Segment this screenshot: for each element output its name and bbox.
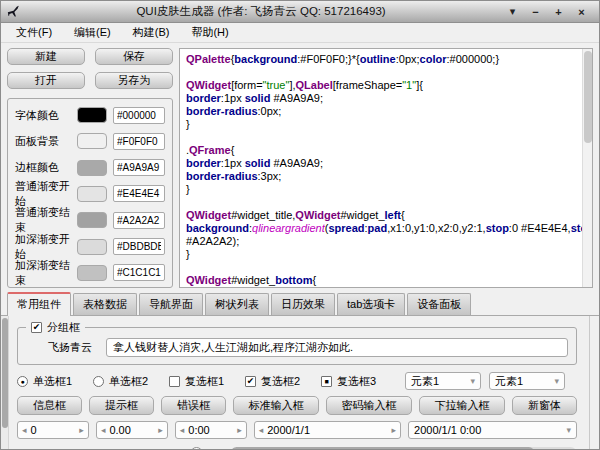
color-row-font: 字体颜色	[15, 104, 165, 126]
checkbox-label: 复选框2	[261, 374, 300, 389]
radio-icon[interactable]: ●	[17, 376, 28, 387]
checkbox-option-3[interactable]: ■ 复选框3	[321, 374, 397, 389]
progress-label: 88%	[230, 447, 577, 449]
panel-scrollbar-thumb[interactable]	[2, 318, 8, 428]
date-spinbox[interactable]: ◂ 2000/1/1 ▸	[254, 421, 401, 439]
close-icon[interactable]: ×	[570, 6, 593, 18]
color-hex-input[interactable]	[113, 238, 165, 255]
slider-progress-row: 88%	[17, 447, 577, 449]
password-input-button[interactable]: 密码输入框	[326, 396, 412, 415]
app-plane-icon	[7, 5, 21, 19]
standard-input-button[interactable]: 标准输入框	[233, 396, 319, 415]
color-swatch-button[interactable]	[77, 239, 107, 255]
color-swatch-button[interactable]	[77, 160, 107, 176]
menu-edit[interactable]: 编辑(E)	[63, 23, 122, 42]
code-line: }	[186, 248, 580, 261]
code-line: .QFrame{	[186, 144, 580, 157]
error-box-button[interactable]: 错误框	[161, 396, 226, 415]
qss-editor-frame: QPalette{background:#F0F0F0;}*{outline:0…	[179, 48, 593, 288]
datetime-combo[interactable]: 2000/1/1 0:00 ▾	[408, 421, 577, 439]
author-label: 飞扬青云	[48, 340, 106, 355]
demo-slider[interactable]	[17, 447, 221, 449]
code-line: #A2A2A2);	[186, 235, 580, 248]
color-swatch-button[interactable]	[77, 212, 107, 228]
spin-value: 0	[27, 424, 80, 436]
editor-scrollbar-thumb[interactable]	[584, 51, 592, 143]
save-as-button[interactable]: 另存为	[95, 72, 173, 89]
tab-nav-ui[interactable]: 导航界面	[139, 293, 203, 315]
new-window-button[interactable]: 新窗体	[512, 396, 577, 415]
menu-build[interactable]: 构建(B)	[122, 23, 181, 42]
color-hex-input[interactable]	[113, 264, 165, 281]
element-combo-1[interactable]: 元素1 ▾	[405, 372, 481, 390]
new-button[interactable]: 新建	[7, 48, 85, 65]
radio-option-1[interactable]: ● 单选框1	[17, 374, 93, 389]
left-panel: 新建 保存 打开 另存为 字体颜色 面板背景 边框颜色	[7, 48, 173, 288]
open-button[interactable]: 打开	[7, 72, 85, 89]
radio-option-2[interactable]: 单选框2	[93, 374, 169, 389]
menu-file[interactable]: 文件(F)	[5, 23, 63, 42]
int-spinbox[interactable]: ◂ 0 ▸	[17, 421, 89, 439]
radio-icon[interactable]	[93, 376, 104, 387]
qss-code-editor[interactable]: QPalette{background:#F0F0F0;}*{outline:0…	[180, 49, 582, 287]
combo-value: 元素1	[495, 374, 554, 389]
color-swatch-button[interactable]	[77, 133, 107, 149]
color-swatch-button[interactable]	[77, 265, 107, 281]
checkbox-option-2[interactable]: ✔ 复选框2	[245, 374, 321, 389]
tab-device-panel[interactable]: 设备面板	[407, 293, 471, 315]
hint-box-button[interactable]: 提示框	[89, 396, 154, 415]
chevron-down-icon: ▾	[470, 376, 475, 386]
checkbox-option-1[interactable]: 复选框1	[169, 374, 245, 389]
slider-handle[interactable]	[190, 447, 203, 449]
menu-help[interactable]: 帮助(H)	[180, 23, 239, 42]
checkbox-icon[interactable]: ■	[321, 376, 332, 387]
spin-value: 0.00	[105, 424, 158, 436]
spin-right-icon[interactable]: ▸	[392, 425, 397, 435]
maximize-icon[interactable]: +	[547, 6, 570, 18]
spin-right-icon[interactable]: ▸	[79, 425, 84, 435]
tab-calendar[interactable]: 日历效果	[271, 293, 335, 315]
code-line: QWidget#widget_title,QWidget#widget_left…	[186, 209, 580, 222]
demo-groupbox: ✔ 分组框 飞扬青云	[17, 327, 577, 365]
tab-tree-list[interactable]: 树状列表	[205, 293, 269, 315]
editor-scrollbar[interactable]	[582, 49, 592, 287]
main-content: 新建 保存 打开 另存为 字体颜色 面板背景 边框颜色	[1, 43, 599, 291]
code-line: QWidget#widget_bottom{	[186, 274, 580, 287]
motto-input[interactable]	[106, 338, 568, 357]
code-line: }	[186, 183, 580, 196]
groupbox-checkbox[interactable]: ✔	[31, 322, 42, 333]
color-hex-input[interactable]	[113, 159, 165, 176]
tab-common-widgets[interactable]: 常用组件	[7, 292, 71, 316]
tab-bar: 常用组件 表格数据 导航界面 树状列表 日历效果 tab选项卡 设备面板	[1, 291, 599, 316]
color-hex-input[interactable]	[113, 212, 165, 229]
time-spinbox[interactable]: ◂ 0:00 ▸	[175, 421, 247, 439]
panel-scrollbar[interactable]	[1, 316, 9, 449]
demo-progressbar: 88%	[230, 447, 577, 449]
dialog-buttons-row: 信息框 提示框 错误框 标准输入框 密码输入框 下拉输入框 新窗体	[17, 396, 577, 415]
save-button[interactable]: 保存	[95, 48, 173, 65]
spin-right-icon[interactable]: ▸	[237, 425, 242, 435]
double-spinbox[interactable]: ◂ 0.00 ▸	[96, 421, 168, 439]
code-line	[186, 196, 580, 209]
tab-tab-widget[interactable]: tab选项卡	[337, 293, 405, 315]
spin-right-icon[interactable]: ▸	[158, 425, 163, 435]
color-hex-input[interactable]	[113, 133, 165, 150]
color-row-normal-end: 普通渐变结束	[15, 209, 165, 231]
menu-dropdown-icon[interactable]: ▾	[501, 5, 524, 18]
color-swatch-button[interactable]	[77, 107, 107, 123]
checkbox-icon[interactable]	[169, 376, 180, 387]
info-box-button[interactable]: 信息框	[17, 396, 82, 415]
tab-table-data[interactable]: 表格数据	[73, 293, 137, 315]
author-row: 飞扬青云	[28, 338, 568, 357]
minimize-icon[interactable]: −	[524, 6, 547, 18]
code-line	[186, 261, 580, 274]
menu-bar: 文件(F) 编辑(E) 构建(B) 帮助(H)	[1, 23, 599, 43]
code-line	[186, 131, 580, 144]
element-combo-2[interactable]: 元素1 ▾	[489, 372, 565, 390]
title-bar[interactable]: QUI皮肤生成器 (作者: 飞扬青云 QQ: 517216493) ▾ − + …	[1, 1, 599, 23]
checkbox-icon[interactable]: ✔	[245, 376, 256, 387]
color-hex-input[interactable]	[113, 185, 165, 202]
color-swatch-button[interactable]	[77, 186, 107, 202]
dropdown-input-button[interactable]: 下拉输入框	[419, 396, 505, 415]
color-hex-input[interactable]	[113, 107, 165, 124]
